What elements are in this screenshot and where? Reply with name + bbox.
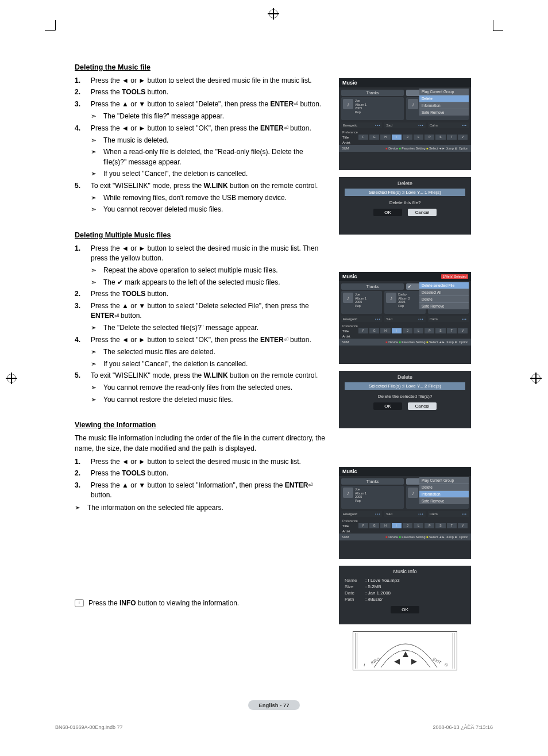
delete-dialog-2: Delete Selected File(s) :I Love Y... 2 F… — [339, 371, 471, 428]
music-info-panel: Music Info Name: I Love You.mp3 Size: 5.… — [339, 566, 471, 624]
document-meta: BN68-01669A-00Eng.indb 772008-06-13 ¿ÀÈÄ… — [55, 724, 493, 730]
page-footer: English - 77 — [0, 700, 548, 710]
note-arrow-icon: ➣ — [91, 112, 103, 121]
section-deleting-music-file: Deleting the Music file 1.Press the ◄ or… — [75, 63, 327, 215]
step-text: Press the ◄ or ► button to select the de… — [91, 76, 327, 86]
section-title: Deleting the Music file — [75, 63, 327, 71]
cancel-button[interactable]: Cancel — [408, 402, 437, 410]
info-button-note: i Press the INFO button to viewing the i… — [75, 599, 327, 607]
cancel-button[interactable]: Cancel — [408, 209, 437, 216]
svg-marker-0 — [403, 651, 408, 657]
delete-dialog-1: Delete Selected File(s) :I Love Y... 1 F… — [339, 177, 471, 235]
enter-icon: ⏎ — [284, 124, 288, 133]
info-icon: i — [364, 662, 365, 667]
section-viewing-info: Viewing the Information The music file i… — [75, 421, 327, 513]
section-deleting-multiple: Deleting Multiple Music files 1.Press th… — [75, 231, 327, 405]
screenshot-music-information: Music ThanksI Love You ♪JoeAlbum 12005Po… — [339, 467, 471, 559]
ok-button[interactable]: OK — [373, 402, 402, 410]
music-note-icon: ♪ — [343, 99, 353, 109]
context-menu: Play Current GroupDeleteInformationSafe … — [419, 89, 469, 116]
ok-button[interactable]: OK — [373, 209, 402, 216]
remote-diagram: INFO EXIT i ⎋ — [353, 631, 457, 670]
info-button-icon: i — [75, 599, 84, 607]
screenshot-music-delete: Music ThanksI Love You ♪JoeAlbum 12005Po… — [339, 78, 471, 170]
enter-icon: ⏎ — [294, 100, 298, 109]
svg-marker-1 — [394, 659, 400, 665]
svg-marker-2 — [411, 659, 417, 665]
step-num: 1. — [75, 76, 91, 86]
screenshot-music-multi-delete: Music 1File(s) Selected Thanks✔I Love Yo… — [339, 272, 471, 364]
check-icon: ✔ — [408, 285, 411, 289]
ok-button[interactable]: OK — [391, 606, 419, 613]
exit-icon: ⎋ — [445, 662, 447, 667]
